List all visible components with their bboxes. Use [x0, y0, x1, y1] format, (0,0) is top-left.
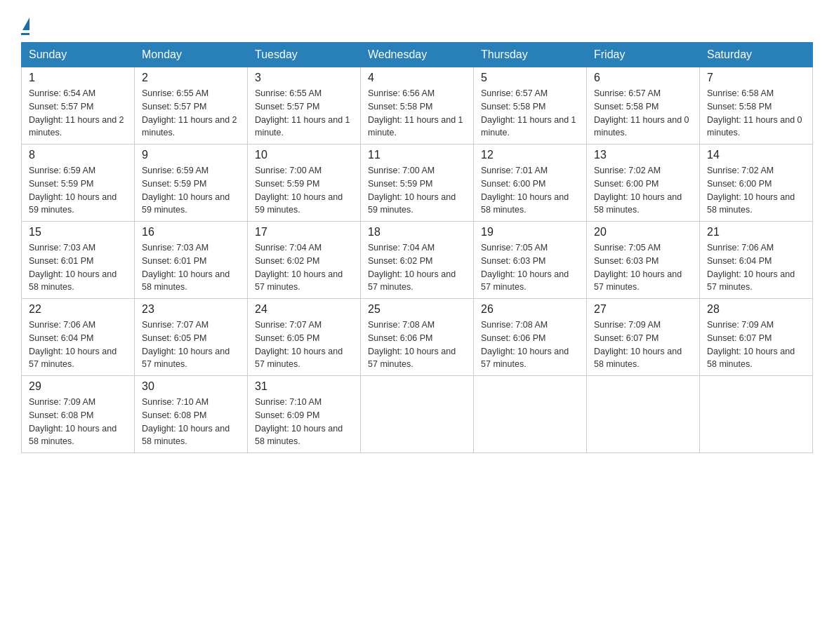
logo-underline: [21, 33, 29, 35]
day-info: Sunrise: 7:02 AM Sunset: 6:00 PM Dayligh…: [594, 164, 692, 217]
calendar-table: SundayMondayTuesdayWednesdayThursdayFrid…: [21, 42, 813, 453]
day-info: Sunrise: 7:08 AM Sunset: 6:06 PM Dayligh…: [481, 318, 579, 371]
day-number: 8: [29, 149, 127, 161]
day-number: 1: [29, 72, 127, 84]
weekday-header: Saturday: [700, 43, 813, 67]
day-number: 31: [255, 380, 353, 393]
weekday-header: Monday: [135, 43, 248, 67]
day-number: 30: [142, 380, 240, 393]
weekday-header: Sunday: [22, 43, 135, 67]
day-info: Sunrise: 7:01 AM Sunset: 6:00 PM Dayligh…: [481, 164, 579, 217]
day-number: 18: [368, 226, 466, 239]
calendar-cell: 20 Sunrise: 7:05 AM Sunset: 6:03 PM Dayl…: [587, 222, 700, 299]
day-info: Sunrise: 6:57 AM Sunset: 5:58 PM Dayligh…: [481, 87, 579, 140]
calendar-week-row: 15 Sunrise: 7:03 AM Sunset: 6:01 PM Dayl…: [22, 222, 813, 299]
calendar-cell: [474, 376, 587, 453]
day-info: Sunrise: 7:03 AM Sunset: 6:01 PM Dayligh…: [142, 241, 240, 294]
calendar-cell: 18 Sunrise: 7:04 AM Sunset: 6:02 PM Dayl…: [361, 222, 474, 299]
logo-blue-part: [21, 18, 29, 32]
day-number: 17: [255, 226, 353, 239]
calendar-week-row: 8 Sunrise: 6:59 AM Sunset: 5:59 PM Dayli…: [22, 145, 813, 222]
weekday-header: Thursday: [474, 43, 587, 67]
day-number: 26: [481, 303, 579, 316]
day-number: 3: [255, 72, 353, 84]
day-info: Sunrise: 7:03 AM Sunset: 6:01 PM Dayligh…: [29, 241, 127, 294]
calendar-cell: 21 Sunrise: 7:06 AM Sunset: 6:04 PM Dayl…: [700, 222, 813, 299]
calendar-cell: 23 Sunrise: 7:07 AM Sunset: 6:05 PM Dayl…: [135, 299, 248, 376]
calendar-week-row: 29 Sunrise: 7:09 AM Sunset: 6:08 PM Dayl…: [22, 376, 813, 453]
calendar-cell: 29 Sunrise: 7:09 AM Sunset: 6:08 PM Dayl…: [22, 376, 135, 453]
day-info: Sunrise: 7:05 AM Sunset: 6:03 PM Dayligh…: [481, 241, 579, 294]
calendar-week-row: 22 Sunrise: 7:06 AM Sunset: 6:04 PM Dayl…: [22, 299, 813, 376]
day-info: Sunrise: 6:55 AM Sunset: 5:57 PM Dayligh…: [255, 87, 353, 140]
logo-triangle-icon: [22, 18, 29, 30]
calendar-cell: 16 Sunrise: 7:03 AM Sunset: 6:01 PM Dayl…: [135, 222, 248, 299]
day-number: 20: [594, 226, 692, 239]
calendar-cell: 9 Sunrise: 6:59 AM Sunset: 5:59 PM Dayli…: [135, 145, 248, 222]
day-number: 15: [29, 226, 127, 239]
day-number: 22: [29, 303, 127, 316]
day-info: Sunrise: 7:00 AM Sunset: 5:59 PM Dayligh…: [368, 164, 466, 217]
weekday-header: Tuesday: [248, 43, 361, 67]
day-number: 12: [481, 149, 579, 161]
day-info: Sunrise: 7:09 AM Sunset: 6:07 PM Dayligh…: [594, 318, 692, 371]
day-info: Sunrise: 6:56 AM Sunset: 5:58 PM Dayligh…: [368, 87, 466, 140]
calendar-cell: 15 Sunrise: 7:03 AM Sunset: 6:01 PM Dayl…: [22, 222, 135, 299]
calendar-cell: 26 Sunrise: 7:08 AM Sunset: 6:06 PM Dayl…: [474, 299, 587, 376]
day-number: 28: [707, 303, 805, 316]
day-info: Sunrise: 6:59 AM Sunset: 5:59 PM Dayligh…: [29, 164, 127, 217]
calendar-cell: [700, 376, 813, 453]
day-info: Sunrise: 6:57 AM Sunset: 5:58 PM Dayligh…: [594, 87, 692, 140]
day-number: 29: [29, 380, 127, 393]
day-number: 9: [142, 149, 240, 161]
calendar-cell: 19 Sunrise: 7:05 AM Sunset: 6:03 PM Dayl…: [474, 222, 587, 299]
day-number: 16: [142, 226, 240, 239]
day-number: 13: [594, 149, 692, 161]
calendar-cell: 8 Sunrise: 6:59 AM Sunset: 5:59 PM Dayli…: [22, 145, 135, 222]
logo: [21, 14, 29, 35]
calendar-cell: 14 Sunrise: 7:02 AM Sunset: 6:00 PM Dayl…: [700, 145, 813, 222]
day-info: Sunrise: 7:00 AM Sunset: 5:59 PM Dayligh…: [255, 164, 353, 217]
day-info: Sunrise: 7:07 AM Sunset: 6:05 PM Dayligh…: [142, 318, 240, 371]
weekday-header: Friday: [587, 43, 700, 67]
day-info: Sunrise: 6:59 AM Sunset: 5:59 PM Dayligh…: [142, 164, 240, 217]
day-number: 6: [594, 72, 692, 84]
day-info: Sunrise: 7:04 AM Sunset: 6:02 PM Dayligh…: [368, 241, 466, 294]
day-info: Sunrise: 7:08 AM Sunset: 6:06 PM Dayligh…: [368, 318, 466, 371]
calendar-cell: 10 Sunrise: 7:00 AM Sunset: 5:59 PM Dayl…: [248, 145, 361, 222]
calendar-cell: 28 Sunrise: 7:09 AM Sunset: 6:07 PM Dayl…: [700, 299, 813, 376]
day-info: Sunrise: 6:58 AM Sunset: 5:58 PM Dayligh…: [707, 87, 805, 140]
day-number: 25: [368, 303, 466, 316]
calendar-cell: 5 Sunrise: 6:57 AM Sunset: 5:58 PM Dayli…: [474, 67, 587, 145]
calendar-cell: 30 Sunrise: 7:10 AM Sunset: 6:08 PM Dayl…: [135, 376, 248, 453]
weekday-header: Wednesday: [361, 43, 474, 67]
day-info: Sunrise: 7:06 AM Sunset: 6:04 PM Dayligh…: [29, 318, 127, 371]
calendar-cell: 17 Sunrise: 7:04 AM Sunset: 6:02 PM Dayl…: [248, 222, 361, 299]
calendar-cell: 12 Sunrise: 7:01 AM Sunset: 6:00 PM Dayl…: [474, 145, 587, 222]
day-number: 23: [142, 303, 240, 316]
day-info: Sunrise: 7:10 AM Sunset: 6:09 PM Dayligh…: [255, 396, 353, 448]
day-info: Sunrise: 6:54 AM Sunset: 5:57 PM Dayligh…: [29, 87, 127, 140]
day-info: Sunrise: 7:02 AM Sunset: 6:00 PM Dayligh…: [707, 164, 805, 217]
day-info: Sunrise: 7:06 AM Sunset: 6:04 PM Dayligh…: [707, 241, 805, 294]
calendar-cell: 27 Sunrise: 7:09 AM Sunset: 6:07 PM Dayl…: [587, 299, 700, 376]
calendar-cell: 1 Sunrise: 6:54 AM Sunset: 5:57 PM Dayli…: [22, 67, 135, 145]
calendar-cell: 24 Sunrise: 7:07 AM Sunset: 6:05 PM Dayl…: [248, 299, 361, 376]
day-info: Sunrise: 7:10 AM Sunset: 6:08 PM Dayligh…: [142, 396, 240, 448]
calendar-cell: 13 Sunrise: 7:02 AM Sunset: 6:00 PM Dayl…: [587, 145, 700, 222]
day-number: 19: [481, 226, 579, 239]
day-info: Sunrise: 7:04 AM Sunset: 6:02 PM Dayligh…: [255, 241, 353, 294]
day-number: 2: [142, 72, 240, 84]
day-number: 5: [481, 72, 579, 84]
day-info: Sunrise: 6:55 AM Sunset: 5:57 PM Dayligh…: [142, 87, 240, 140]
page-header: [21, 14, 813, 35]
calendar-week-row: 1 Sunrise: 6:54 AM Sunset: 5:57 PM Dayli…: [22, 67, 813, 145]
calendar-cell: 4 Sunrise: 6:56 AM Sunset: 5:58 PM Dayli…: [361, 67, 474, 145]
day-number: 14: [707, 149, 805, 161]
day-number: 7: [707, 72, 805, 84]
day-number: 11: [368, 149, 466, 161]
day-number: 24: [255, 303, 353, 316]
calendar-cell: 25 Sunrise: 7:08 AM Sunset: 6:06 PM Dayl…: [361, 299, 474, 376]
calendar-cell: 31 Sunrise: 7:10 AM Sunset: 6:09 PM Dayl…: [248, 376, 361, 453]
calendar-cell: [587, 376, 700, 453]
